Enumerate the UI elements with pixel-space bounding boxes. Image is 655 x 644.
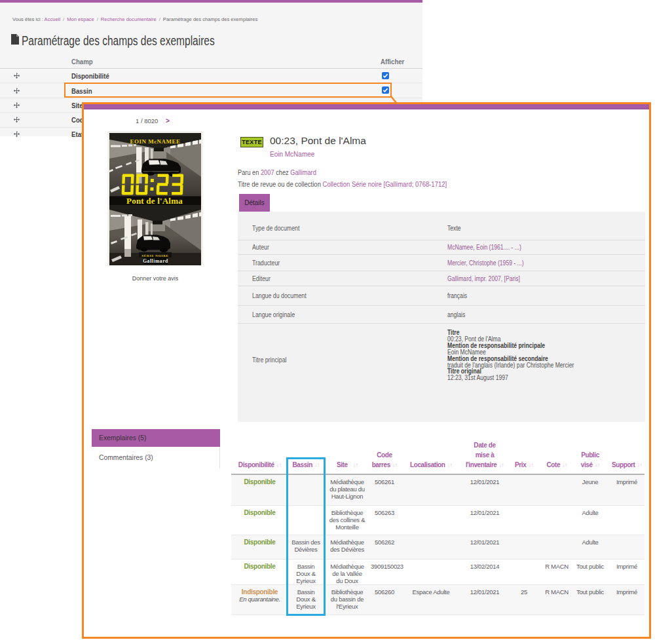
svg-text:EOIN McNAMEE: EOIN McNAMEE (130, 138, 180, 145)
svg-text:Gallimard: Gallimard (143, 258, 168, 264)
svg-text:SÉRIE NOIRE: SÉRIE NOIRE (141, 254, 168, 257)
svg-text:Pont de l'Alma: Pont de l'Alma (126, 196, 183, 206)
